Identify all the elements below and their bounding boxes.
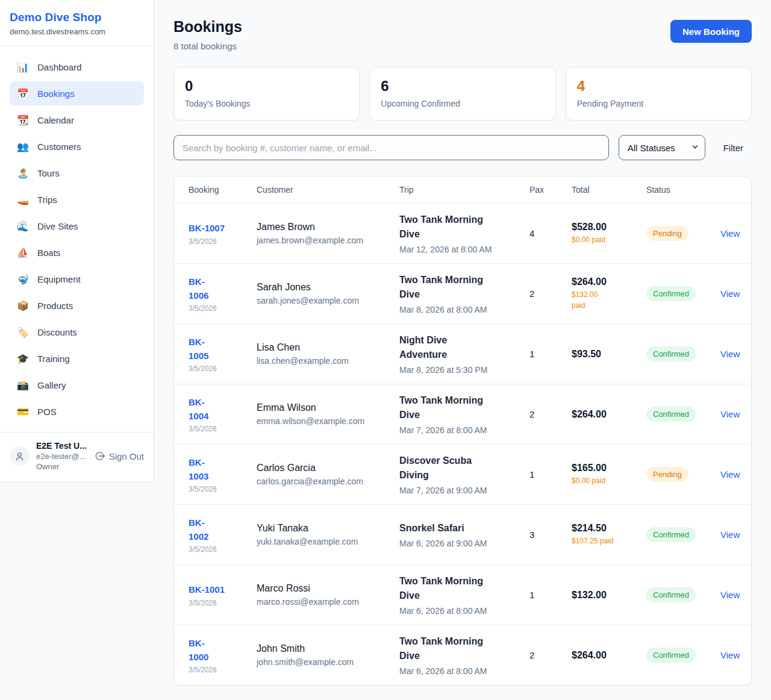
- trip-datetime: Mar 7, 2026 at 8:00 AM: [399, 425, 522, 435]
- booking-id-link[interactable]: BK-1004: [189, 395, 208, 423]
- sailboat-icon: ⛵: [17, 247, 29, 258]
- view-link[interactable]: View: [720, 469, 740, 480]
- sidebar-item-bookings[interactable]: 📅 Bookings: [10, 81, 144, 105]
- filter-button[interactable]: Filter: [715, 143, 752, 153]
- booking-id-link[interactable]: BK-1007: [189, 221, 225, 235]
- table-row: BK-1004 3/5/2026 Emma Wilson emma.wilson…: [174, 384, 751, 444]
- sidebar-item-equipment[interactable]: 🤿 Equipment: [10, 267, 144, 291]
- person-icon: [14, 451, 25, 461]
- booking-id-link[interactable]: BK-1000: [189, 636, 208, 664]
- customer-email: marco.rossi@example.com: [257, 597, 392, 607]
- customer-name: John Smith: [257, 643, 392, 654]
- sidebar-item-dashboard[interactable]: 📊 Dashboard: [10, 55, 144, 79]
- table-header-row: BookingCustomerTripPaxTotalStatus: [174, 177, 751, 203]
- booking-created-date: 3/5/2026: [189, 304, 249, 313]
- status-cell: Pending: [646, 226, 720, 241]
- booking-id-link[interactable]: BK-1006: [189, 275, 208, 303]
- sidebar-item-trips[interactable]: 🚤 Trips: [10, 187, 144, 211]
- sidebar-item-label: Gallery: [37, 380, 66, 390]
- booking-id-link[interactable]: BK-1002: [189, 516, 208, 544]
- bar-chart-icon: 📊: [17, 61, 29, 73]
- column-header-customer: Customer: [257, 185, 399, 195]
- status-badge: Pending: [646, 226, 688, 241]
- stat-card-todays-bookings: 0 Today's Bookings: [173, 67, 360, 120]
- view-link[interactable]: View: [720, 650, 740, 660]
- trip-name: Two Tank Morning Dive: [399, 393, 496, 422]
- column-header-booking: Booking: [189, 185, 257, 195]
- total-amount: $264.00: [572, 277, 639, 287]
- sidebar-item-gallery[interactable]: 📸 Gallery: [10, 373, 144, 397]
- sidebar-item-boats[interactable]: ⛵ Boats: [10, 240, 144, 264]
- sidebar-item-label: Dashboard: [37, 62, 81, 72]
- sign-out-button[interactable]: Sign Out: [95, 451, 144, 461]
- stats-row: 0 Today's Bookings 6 Upcoming Confirmed …: [173, 67, 752, 120]
- search-input[interactable]: [173, 135, 609, 160]
- island-icon: 🏝️: [17, 167, 29, 179]
- paid-amount: $107.25 paid: [572, 536, 639, 546]
- total-cell: $264.00 $132.00paid: [572, 277, 646, 311]
- trip-cell: Two Tank Morning Dive Mar 7, 2026 at 8:0…: [399, 393, 529, 435]
- trip-datetime: Mar 8, 2026 at 5:30 PM: [399, 365, 522, 375]
- table-row: BK-1006 3/5/2026 Sarah Jones sarah.jones…: [174, 263, 751, 323]
- customer-cell: James Brown james.brown@example.com: [257, 222, 399, 245]
- booking-id-link[interactable]: BK-1001: [189, 583, 225, 596]
- trip-name: Discover Scuba Diving: [399, 454, 496, 483]
- stat-card-upcoming-confirmed: 6 Upcoming Confirmed: [369, 67, 555, 120]
- new-booking-button[interactable]: New Booking: [670, 20, 752, 43]
- page-title: Bookings: [173, 18, 242, 36]
- sidebar-item-label: Trips: [37, 195, 57, 205]
- sidebar-item-customers[interactable]: 👥 Customers: [10, 134, 144, 158]
- user-name: E2E Test U...: [36, 441, 87, 451]
- customer-cell: John Smith john.smith@example.com: [257, 643, 399, 667]
- total-amount: $132.00: [572, 590, 639, 601]
- view-link[interactable]: View: [720, 228, 740, 239]
- customer-name: Marco Rossi: [257, 583, 392, 594]
- sidebar-item-pos[interactable]: 💳 POS: [10, 399, 144, 423]
- table-row: BK-1003 3/5/2026 Carlos Garcia carlos.ga…: [174, 444, 751, 504]
- user-role: Owner: [36, 462, 87, 471]
- booking-created-date: 3/5/2026: [189, 364, 249, 373]
- action-cell: View: [720, 650, 747, 661]
- table-row: BK-1005 3/5/2026 Lisa Chen lisa.chen@exa…: [174, 323, 751, 384]
- calendar-icon: 📅: [17, 88, 29, 99]
- sidebar-item-tours[interactable]: 🏝️ Tours: [10, 161, 144, 185]
- booking-created-date: 3/5/2026: [189, 485, 249, 493]
- view-link[interactable]: View: [720, 530, 740, 540]
- booking-created-date: 3/5/2026: [189, 599, 249, 607]
- customer-name: Yuki Tanaka: [257, 523, 392, 534]
- sidebar-item-label: POS: [37, 407, 57, 417]
- view-link[interactable]: View: [720, 289, 740, 299]
- customer-email: emma.wilson@example.com: [257, 416, 392, 426]
- action-cell: View: [720, 409, 747, 420]
- credit-card-icon: 💳: [17, 406, 29, 417]
- view-link[interactable]: View: [720, 349, 740, 359]
- booking-cell: BK-1002 3/5/2026: [189, 516, 257, 554]
- page-header: Bookings 8 total bookings New Booking: [173, 18, 752, 51]
- filter-controls: All Statuses Filter: [173, 135, 752, 160]
- status-badge: Confirmed: [646, 346, 696, 361]
- view-link[interactable]: View: [720, 409, 740, 419]
- sidebar-item-calendar[interactable]: 📆 Calendar: [10, 108, 144, 132]
- status-filter-select[interactable]: All Statuses: [619, 135, 705, 160]
- table-body: BK-1007 3/5/2026 James Brown james.brown…: [174, 203, 751, 685]
- sidebar-item-dive-sites[interactable]: 🌊 Dive Sites: [10, 214, 144, 238]
- booking-cell: BK-1004 3/5/2026: [189, 395, 257, 434]
- sidebar-item-label: Calendar: [37, 115, 74, 125]
- view-link[interactable]: View: [720, 590, 740, 600]
- booking-cell: BK-1003 3/5/2026: [189, 455, 257, 494]
- sidebar-item-training[interactable]: 🎓 Training: [10, 346, 144, 370]
- total-cell: $214.50 $107.25 paid: [572, 523, 646, 546]
- sidebar-item-discounts[interactable]: 🏷️ Discounts: [10, 320, 144, 344]
- trip-cell: Night Dive Adventure Mar 8, 2026 at 5:30…: [399, 333, 529, 375]
- camera-icon: 📸: [17, 380, 29, 391]
- sidebar-item-products[interactable]: 📦 Products: [10, 293, 144, 317]
- paid-amount: $132.00paid: [572, 290, 639, 311]
- customer-cell: Yuki Tanaka yuki.tanaka@example.com: [257, 523, 399, 546]
- booking-id-link[interactable]: BK-1003: [189, 455, 208, 484]
- table-row: BK-1002 3/5/2026 Yuki Tanaka yuki.tanaka…: [174, 504, 751, 564]
- trip-name: Two Tank Morning Dive: [399, 213, 496, 242]
- sign-out-icon: [95, 451, 105, 461]
- booking-cell: BK-1007 3/5/2026: [189, 221, 257, 245]
- avatar: [10, 446, 29, 466]
- booking-id-link[interactable]: BK-1005: [189, 335, 208, 363]
